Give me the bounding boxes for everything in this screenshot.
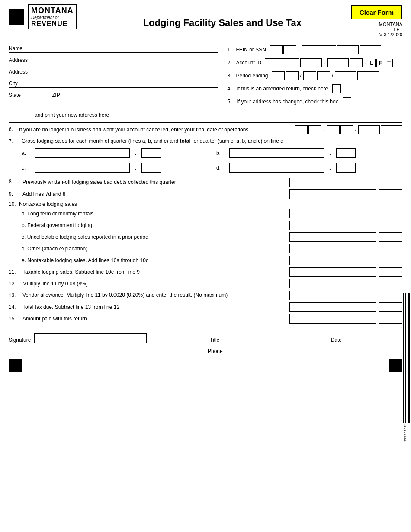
section10c-inputs — [289, 232, 402, 242]
period-box4[interactable] — [317, 71, 330, 80]
period-box3[interactable] — [303, 71, 316, 80]
title-label: Title — [210, 337, 219, 343]
n10e-input[interactable] — [289, 256, 376, 265]
address-changed-checkbox[interactable] — [343, 97, 351, 106]
account-box3[interactable] — [327, 58, 349, 67]
n7-num: 7. — [9, 138, 22, 144]
cancel-box5[interactable] — [358, 125, 380, 134]
section10d-inputs — [289, 244, 402, 253]
n14-input[interactable] — [289, 302, 376, 312]
section12-inputs — [289, 279, 402, 288]
n14-text: Total tax due. Subtract line 13 from lin… — [22, 304, 119, 310]
address1-row: Address — [9, 57, 218, 64]
n12-input[interactable] — [289, 279, 376, 288]
section12-left: 12. Multiply line 11 by 0.08 (8%) — [9, 281, 287, 287]
cancel-box2[interactable] — [308, 125, 321, 134]
cancel-box3[interactable] — [327, 125, 340, 134]
amended-checkbox[interactable] — [332, 84, 341, 93]
line-d-cents[interactable] — [336, 163, 356, 173]
title-input[interactable] — [228, 335, 322, 343]
period-box1[interactable] — [272, 71, 285, 80]
svg-rect-7 — [408, 293, 409, 423]
fein-box5[interactable] — [360, 45, 381, 54]
n10d-text: d. Other (attach explanation) — [22, 246, 87, 252]
line-c-input[interactable] — [35, 163, 130, 173]
line-b-cents[interactable] — [336, 148, 356, 158]
n13-input[interactable] — [289, 291, 376, 300]
name-input[interactable] — [24, 45, 218, 51]
clear-form-button[interactable]: Clear Form — [351, 5, 402, 19]
section8-row: 8. Previously written-off lodging sales … — [9, 178, 402, 187]
fein-row: 1. FEIN or SSN - — [227, 45, 402, 54]
fein-box3[interactable] — [302, 45, 336, 54]
line-b-input[interactable] — [229, 148, 324, 158]
account-box2[interactable] — [300, 58, 322, 67]
line-a-input[interactable] — [35, 148, 130, 158]
address2-input[interactable] — [29, 69, 218, 75]
n8-input[interactable] — [289, 178, 376, 187]
lines-cd: c. . d. . — [9, 163, 402, 175]
fein-box2[interactable] — [283, 45, 296, 54]
state-input[interactable] — [22, 92, 44, 98]
n2-num: 2. — [227, 60, 231, 66]
zip-input[interactable] — [62, 92, 219, 98]
n10a-input[interactable] — [289, 209, 376, 218]
date-label: Date — [331, 337, 342, 343]
phone-row: Phone — [9, 346, 402, 354]
n10c-input[interactable] — [289, 232, 376, 242]
period-box6[interactable] — [357, 71, 379, 80]
account-box1[interactable] — [265, 58, 299, 67]
n10b-input[interactable] — [289, 221, 376, 230]
n10a-small[interactable] — [379, 209, 402, 218]
n11-small[interactable] — [379, 267, 402, 277]
phone-input[interactable] — [226, 346, 313, 354]
name-row: Name — [9, 45, 218, 53]
cancel-box4[interactable] — [340, 125, 353, 134]
line-c-cents[interactable] — [141, 163, 161, 173]
n10e-small[interactable] — [379, 256, 402, 265]
new-address-row: and print your new address here — [9, 110, 402, 118]
n9-input[interactable] — [289, 189, 376, 199]
n10d-small[interactable] — [379, 244, 402, 253]
n8-num: 8. — [9, 179, 21, 185]
signature-area: Signature Title Date — [9, 333, 402, 343]
header: MONTANA Department of REVENUE Lodging Fa… — [9, 4, 402, 37]
section10c-left: c. Uncollectable lodging sales reported … — [22, 234, 287, 240]
fein-label: FEIN or SSN — [236, 47, 266, 53]
period-row: 3. Period ending / / — [227, 71, 402, 80]
period-label: Period ending — [236, 73, 268, 79]
n10b-small[interactable] — [379, 221, 402, 230]
account-row: 2. Account ID - - L F T — [227, 58, 402, 67]
address1-input[interactable] — [29, 57, 218, 63]
section13-row: 13. Vendor allowance. Multiply line 11 b… — [9, 291, 402, 300]
account-box4[interactable] — [350, 58, 363, 67]
n8-small[interactable] — [379, 178, 402, 187]
city-input[interactable] — [19, 80, 219, 87]
state-field: State — [9, 92, 43, 99]
n11-input[interactable] — [289, 267, 376, 277]
new-address-input[interactable] — [112, 110, 402, 118]
n15-num: 15. — [9, 316, 21, 322]
n5-num: 5. — [227, 99, 231, 105]
signature-input[interactable] — [34, 333, 147, 343]
n4-num: 4. — [227, 86, 231, 92]
cancel-box1[interactable] — [295, 125, 308, 134]
cancel-box6[interactable] — [381, 125, 402, 134]
period-box2[interactable] — [286, 71, 299, 80]
n9-small[interactable] — [379, 189, 402, 199]
fein-box1[interactable] — [270, 45, 283, 54]
city-row: City — [9, 80, 218, 88]
lft-l: L — [368, 59, 376, 67]
fein-box4[interactable] — [337, 45, 359, 54]
date-input[interactable] — [350, 335, 402, 343]
period-box5[interactable] — [335, 71, 356, 80]
line-d-input[interactable] — [229, 163, 324, 173]
n12-text: Multiply line 11 by 0.08 (8%) — [22, 281, 88, 287]
section11-row: 11. Taxable lodging sales. Subtract line… — [9, 267, 402, 277]
n15-input[interactable] — [289, 314, 376, 324]
address2-label: Address — [9, 69, 28, 75]
line-a-cents[interactable] — [141, 148, 161, 158]
n10d-input[interactable] — [289, 244, 376, 253]
n12-num: 12. — [9, 281, 21, 287]
n10c-small[interactable] — [379, 232, 402, 242]
